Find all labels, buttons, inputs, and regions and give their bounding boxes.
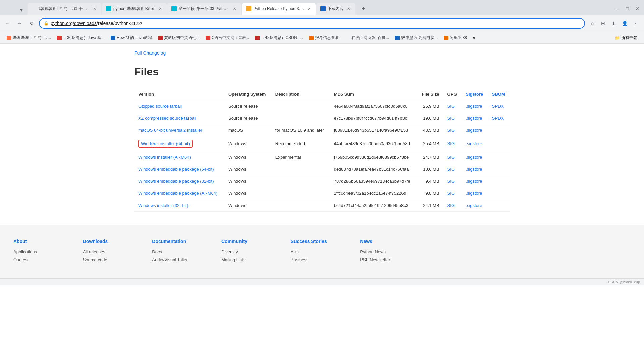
bookmark-exam[interactable]: 报考信息查看 (306, 34, 342, 41)
file-version-link[interactable]: Windows embeddable package (32-bit) (138, 179, 214, 184)
file-gpg[interactable]: SIG (443, 187, 462, 199)
bookmark-java[interactable]: （36条消息）Java 基... (54, 34, 107, 41)
bookmark-english[interactable]: 冀教版初中英语七... (155, 34, 202, 41)
file-version-link[interactable]: Windows installer (ARM64) (138, 155, 191, 160)
bookmark-how2j[interactable]: How2J 的 Java教程 (108, 34, 155, 41)
close-window-button[interactable]: ✕ (633, 5, 641, 13)
bookmark-csdn[interactable]: （42条消息）CSDN -... (252, 34, 306, 41)
file-sigstore[interactable]: .sigstore (462, 199, 488, 212)
file-gpg[interactable]: SIG (443, 112, 462, 124)
bookmark-favicon-wallpaper (395, 36, 400, 40)
tab-python-release[interactable]: Python Release Python 3.12... ✕ (242, 3, 316, 15)
maximize-button[interactable]: □ (623, 5, 631, 13)
file-gpg[interactable]: SIG (443, 136, 462, 151)
tab-close-course[interactable]: ✕ (232, 6, 237, 11)
file-sbom[interactable]: SPDX (488, 112, 510, 124)
table-row: macOS 64-bit universal2 installermacOSfo… (134, 124, 510, 136)
footer-link-3-1[interactable]: Mailing Lists (221, 257, 277, 262)
tab-overflow-btn[interactable]: ▼ (17, 5, 26, 15)
files-table: Version Operating System Description MD5… (134, 88, 510, 212)
file-sigstore[interactable]: .sigstore (462, 187, 488, 199)
bookmark-alibaba[interactable]: 阿里1688 (441, 34, 470, 41)
footer-heading-3[interactable]: Community (221, 239, 277, 244)
footer-link-5-0[interactable]: Python News (360, 249, 416, 254)
bookmark-bilibili[interactable]: 哔哩哔哩（ *- *）つ... (4, 34, 54, 41)
file-version-link[interactable]: macOS 64-bit universal2 installer (138, 128, 202, 133)
file-gpg[interactable]: SIG (443, 175, 462, 187)
bookmark-cyu[interactable]: C语言中文网：C语... (203, 34, 252, 41)
file-sbom[interactable]: SPDX (488, 100, 510, 112)
download-indicator-button[interactable]: ⬇ (609, 19, 619, 28)
footer-link-1-1[interactable]: Source code (83, 257, 139, 262)
profile-button[interactable]: 👤 (620, 19, 629, 28)
forward-button[interactable]: → (15, 19, 24, 28)
footer-link-3-0[interactable]: Diversity (221, 249, 277, 254)
tab-python-bili[interactable]: python-哔哩哔哩_Bilibili ✕ (102, 3, 167, 15)
tab-course[interactable]: 第一阶段-第一章-03-Python环... ✕ (167, 3, 241, 15)
file-version-link[interactable]: XZ compressed source tarball (138, 116, 196, 121)
extension-button[interactable]: ⋮ (631, 19, 640, 28)
new-tab-button[interactable]: + (357, 3, 369, 15)
footer-link-2-1[interactable]: Audio/Visual Talks (152, 257, 208, 262)
file-sigstore[interactable]: .sigstore (462, 136, 488, 151)
tab-close-python-bili[interactable]: ✕ (157, 6, 163, 11)
footer-link-4-0[interactable]: Arts (291, 249, 347, 254)
bookmark-star-button[interactable]: ☆ (588, 19, 597, 28)
tab-close-bilibili[interactable]: ✕ (92, 6, 97, 11)
all-bookmarks-folder[interactable]: 📁 所有书签 (612, 34, 640, 41)
file-sigstore[interactable]: .sigstore (462, 151, 488, 163)
file-description: for macOS 10.9 and later (271, 124, 330, 136)
full-changelog-link[interactable]: Full Changelog (134, 50, 166, 56)
file-version-link[interactable]: Windows embeddable package (64-bit) (138, 167, 214, 172)
file-sigstore[interactable]: .sigstore (462, 100, 488, 112)
file-md5: 44abfae489d87cc005d50a9267b5d58d (330, 136, 417, 151)
bookmark-favicon-java (57, 36, 62, 40)
file-gpg[interactable]: SIG (443, 163, 462, 175)
file-gpg[interactable]: SIG (443, 199, 462, 212)
col-filesize: File Size (417, 88, 443, 100)
footer-heading-5[interactable]: News (360, 239, 416, 244)
tab-download[interactable]: 下载内容 ✕ (316, 3, 355, 15)
back-button[interactable]: ← (3, 19, 12, 28)
file-size: 9.4 MB (417, 175, 443, 187)
file-sigstore[interactable]: .sigstore (462, 175, 488, 187)
file-version-link[interactable]: Windows installer (64-bit) (141, 141, 190, 146)
file-sigstore[interactable]: .sigstore (462, 124, 488, 136)
bookmark-ps[interactable]: 在线ps网页版_百度... (342, 34, 392, 41)
footer-link-0-1[interactable]: Quotes (13, 257, 69, 262)
url-input[interactable]: 🔒 python.org/downloads/release/python-31… (39, 18, 585, 29)
file-sigstore[interactable]: .sigstore (462, 163, 488, 175)
tab-close-python-release[interactable]: ✕ (306, 6, 312, 11)
reload-button[interactable]: ↻ (27, 19, 36, 28)
footer-heading-2[interactable]: Documentation (152, 239, 208, 244)
tab-title-python-bili: python-哔哩哔哩_Bilibili (113, 6, 155, 12)
footer-link-5-1[interactable]: PSF Newsletter (360, 257, 416, 262)
footer-link-1-0[interactable]: All releases (83, 249, 139, 254)
tab-favicon-python-bili (106, 6, 111, 11)
tab-close-download[interactable]: ✕ (346, 6, 351, 11)
footer-heading-1[interactable]: Downloads (83, 239, 139, 244)
file-gpg[interactable]: SIG (443, 124, 462, 136)
file-version-link[interactable]: Windows installer (32 -bit) (138, 203, 189, 208)
footer-link-0-0[interactable]: Applications (13, 249, 69, 254)
address-bar: ← → ↻ 🔒 python.org/downloads/release/pyt… (0, 15, 644, 32)
file-sigstore[interactable]: .sigstore (462, 112, 488, 124)
bookmark-wallpaper[interactable]: 彼岸壁纸|高清电脑... (392, 34, 440, 41)
file-gpg[interactable]: SIG (443, 151, 462, 163)
footer-link-2-0[interactable]: Docs (152, 249, 208, 254)
file-version-link[interactable]: Windows embeddable package (ARM64) (138, 191, 217, 196)
minimize-button[interactable]: — (613, 5, 621, 13)
file-md5: f88981146d943b5517140fa96e96f153 (330, 124, 417, 136)
footer-heading-4[interactable]: Success Stories (291, 239, 347, 244)
tab-bilibili[interactable]: 哔哩哔哩（ *- *）つロ 千杯~-bi... ✕ (28, 3, 101, 15)
bookmark-favicon-exam (309, 36, 314, 40)
footer-heading-0[interactable]: About (13, 239, 69, 244)
file-gpg[interactable]: SIG (443, 100, 462, 112)
bookmarks-overflow-button[interactable]: » (470, 35, 478, 41)
footer-link-4-1[interactable]: Business (291, 257, 347, 262)
tab-title-course: 第一阶段-第一章-03-Python环... (179, 6, 230, 12)
col-os: Operating System (224, 88, 271, 100)
file-sbom (488, 187, 510, 199)
tab-group-button[interactable]: ⊞ (598, 19, 608, 28)
file-version-link[interactable]: Gzipped source tarball (138, 104, 182, 109)
